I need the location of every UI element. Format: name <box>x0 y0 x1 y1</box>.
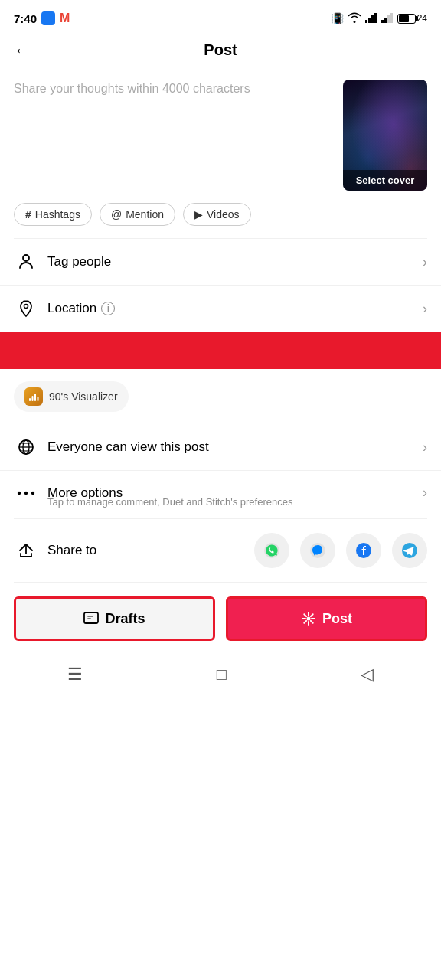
person-icon <box>14 253 38 271</box>
videos-label: Videos <box>207 208 240 220</box>
telegram-button[interactable] <box>392 533 427 568</box>
cover-thumbnail[interactable]: Select cover <box>343 80 427 191</box>
whatsapp-button[interactable] <box>254 533 289 568</box>
post-label: Post <box>322 611 352 627</box>
globe-icon <box>14 438 38 456</box>
hashtags-label: Hashtags <box>35 208 80 220</box>
back-button[interactable]: ← <box>14 41 31 60</box>
caption-area[interactable]: Share your thoughts within 4000 characte… <box>0 67 441 203</box>
select-cover-label[interactable]: Select cover <box>343 170 427 191</box>
svg-rect-3 <box>374 13 377 23</box>
svg-point-21 <box>31 491 34 494</box>
svg-point-20 <box>24 491 28 494</box>
svg-rect-12 <box>34 394 36 401</box>
svg-point-9 <box>24 305 28 309</box>
share-icon <box>14 542 38 559</box>
visibility-row[interactable]: Everyone can view this post › <box>0 424 441 471</box>
location-label: Location i <box>47 301 423 316</box>
more-options-chevron: › <box>423 485 427 501</box>
share-to-row: Share to <box>0 519 441 582</box>
mention-button[interactable]: @ Mention <box>100 203 175 226</box>
location-info-icon: i <box>101 302 115 315</box>
svg-rect-11 <box>32 396 34 401</box>
nav-back-button[interactable]: ◁ <box>361 665 374 684</box>
nav-menu-button[interactable]: ☰ <box>67 665 83 684</box>
tag-people-row[interactable]: Tag people › <box>0 239 441 286</box>
visualizer-icon <box>24 387 43 406</box>
battery-icon: 24 <box>397 13 427 24</box>
svg-rect-30 <box>87 619 91 620</box>
signal-icon-2 <box>381 12 394 25</box>
drafts-button[interactable]: Drafts <box>14 596 215 641</box>
svg-point-8 <box>23 255 29 261</box>
status-right: 📳 <box>331 12 427 25</box>
vibrate-icon: 📳 <box>331 12 344 24</box>
visualizer-row: 90's Visualizer <box>0 369 441 424</box>
battery-number: 24 <box>417 13 427 24</box>
time: 7:40 <box>14 12 37 25</box>
more-dots-icon <box>14 489 38 497</box>
location-icon <box>14 299 38 318</box>
nav-bar: ☰ □ ◁ <box>0 655 441 700</box>
caption-input[interactable]: Share your thoughts within 4000 characte… <box>14 80 334 191</box>
svg-rect-29 <box>87 616 93 617</box>
svg-rect-6 <box>387 15 390 23</box>
wifi-icon <box>348 12 361 25</box>
location-row[interactable]: Location i › <box>0 286 441 332</box>
red-highlight-bar <box>0 332 441 369</box>
app-icon-blue <box>41 11 55 25</box>
svg-rect-5 <box>384 18 387 23</box>
signal-icon-1 <box>365 12 377 25</box>
drafts-icon <box>83 612 99 626</box>
tags-row: # Hashtags @ Mention ▶ Videos <box>0 203 441 238</box>
drafts-label: Drafts <box>105 611 145 627</box>
page-title: Post <box>204 41 237 59</box>
bottom-buttons: Drafts Post <box>0 583 441 655</box>
facebook-button[interactable] <box>346 533 381 568</box>
visibility-chevron: › <box>423 439 427 456</box>
svg-rect-0 <box>365 20 368 23</box>
tag-people-chevron: › <box>423 254 427 270</box>
post-spark-icon <box>301 611 316 626</box>
gmail-icon: M <box>60 11 70 25</box>
share-to-label: Share to <box>47 543 254 558</box>
mention-icon: @ <box>111 208 122 220</box>
svg-rect-10 <box>29 398 31 401</box>
svg-rect-4 <box>381 20 384 23</box>
svg-rect-1 <box>368 18 371 23</box>
hashtags-button[interactable]: # Hashtags <box>14 203 92 226</box>
post-button[interactable]: Post <box>226 596 427 641</box>
play-icon: ▶ <box>194 208 203 220</box>
status-left: 7:40 M <box>14 11 70 25</box>
svg-point-19 <box>18 491 21 494</box>
messenger-button[interactable] <box>300 533 335 568</box>
page-header: ← Post <box>0 34 441 67</box>
visibility-label: Everyone can view this post <box>47 439 423 455</box>
status-bar: 7:40 M 📳 <box>0 0 441 34</box>
tag-people-label: Tag people <box>47 254 423 270</box>
hashtag-icon: # <box>25 208 31 220</box>
nav-home-button[interactable]: □ <box>217 665 227 684</box>
location-chevron: › <box>423 301 427 317</box>
mention-label: Mention <box>126 208 164 220</box>
visualizer-pill[interactable]: 90's Visualizer <box>14 381 129 412</box>
visualizer-label: 90's Visualizer <box>49 390 118 403</box>
share-apps-group <box>254 533 427 568</box>
svg-point-31 <box>306 617 310 621</box>
svg-rect-2 <box>371 15 374 23</box>
svg-rect-7 <box>390 13 393 23</box>
svg-rect-28 <box>84 612 98 623</box>
videos-button[interactable]: ▶ Videos <box>183 203 251 226</box>
svg-rect-13 <box>38 397 39 401</box>
